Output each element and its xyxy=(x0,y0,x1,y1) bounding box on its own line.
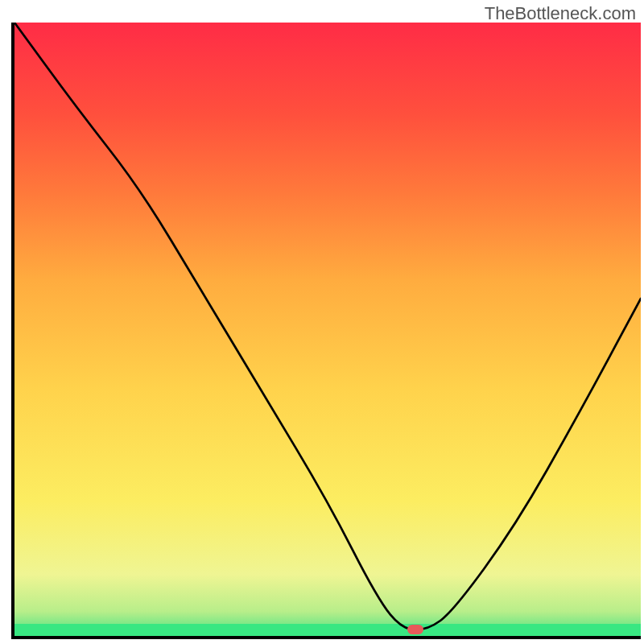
minimum-point-marker xyxy=(407,625,423,634)
chart-plot-area xyxy=(11,23,641,639)
watermark-label: TheBottleneck.com xyxy=(485,3,636,24)
bottleneck-curve xyxy=(14,23,641,636)
curve-path xyxy=(14,23,641,630)
